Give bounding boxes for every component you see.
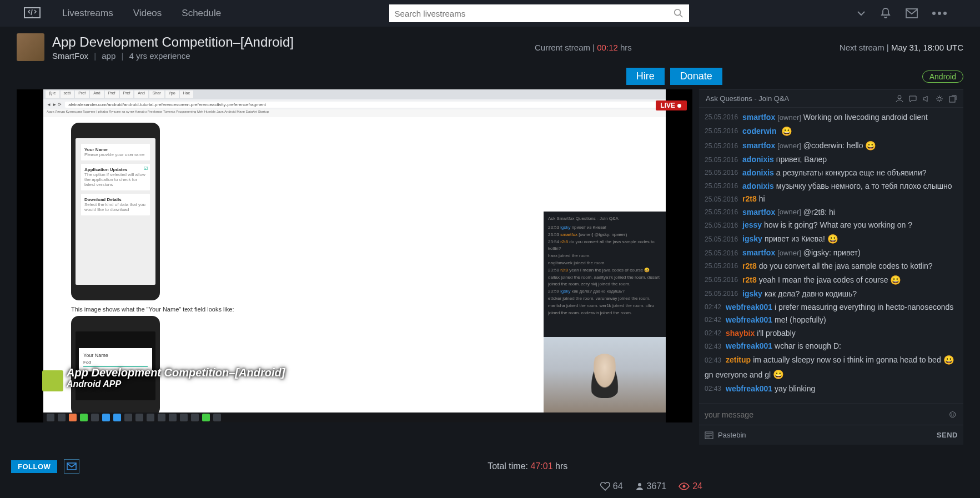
chat-user[interactable]: smartfox: [742, 207, 775, 218]
webcam-feed: [544, 337, 666, 419]
chat-user[interactable]: webfreak001: [726, 315, 772, 326]
android-app-icon: [42, 370, 63, 391]
chat-message: 02:42webfreak001 me! (hopefully): [705, 315, 958, 326]
svg-rect-5: [949, 97, 955, 102]
search-input[interactable]: [395, 9, 674, 18]
chat-message: 25.05.2016jessy how is it going? What ar…: [705, 220, 958, 231]
chat-user[interactable]: igsky: [742, 289, 762, 300]
stream-subtitle: SmartFox | app | 4 yrs experience: [52, 51, 294, 61]
svg-rect-0: [24, 8, 40, 18]
chat-message: 02:42shaybix i'll probably: [705, 328, 958, 339]
chat-message: 25.05.2016adonixis музычку убавь немного…: [705, 181, 958, 192]
nav-videos[interactable]: Videos: [133, 8, 162, 19]
chat-message: 25.05.2016igsky как дела? давно кодишь?: [705, 289, 958, 300]
chat-user[interactable]: r2t8: [742, 275, 757, 286]
chat-message: 25.05.2016igsky привет из Киева!😀: [705, 233, 958, 245]
bell-icon[interactable]: [880, 7, 891, 19]
chat-message: 02:42webfreak001 i prefer measuring ever…: [705, 302, 958, 313]
chat-user[interactable]: r2t8: [742, 194, 757, 205]
more-icon[interactable]: [932, 12, 947, 15]
mute-icon[interactable]: [922, 95, 930, 103]
chat-user[interactable]: igsky: [742, 234, 762, 245]
pastebin-link[interactable]: Pastebin: [718, 431, 746, 439]
chevron-down-icon[interactable]: [857, 9, 866, 18]
chat-message: 25.05.2016smartfox [owner] @igsky: приве…: [705, 248, 958, 259]
streamer-name[interactable]: SmartFox: [52, 51, 88, 61]
chat-user[interactable]: webfreak001: [726, 384, 772, 395]
video-player[interactable]: ДнеsettiPrefAndPrefPrefAndSharУроНас ◄ ►…: [17, 89, 692, 422]
stream-title: App Development Competition–[Android]: [52, 34, 294, 50]
donate-button[interactable]: Donate: [670, 68, 722, 85]
settings-icon[interactable]: [936, 95, 943, 103]
tag-android[interactable]: Android: [922, 71, 963, 83]
nav-schedule[interactable]: Schedule: [182, 8, 221, 19]
chat-user[interactable]: adonixis: [742, 168, 774, 179]
likes-stat[interactable]: 64: [600, 481, 623, 491]
chat-message: 25.05.2016smartfox [owner] Working on li…: [705, 112, 958, 123]
search-box[interactable]: [389, 4, 689, 22]
chat-message: 25.05.2016r2t8 do you convert all the ja…: [705, 261, 958, 272]
chat-user[interactable]: r2t8: [742, 261, 757, 272]
svg-point-9: [683, 485, 686, 488]
pastebin-icon[interactable]: [705, 431, 713, 439]
chat-message: 25.05.2016adonixis привет, Валер: [705, 154, 958, 165]
next-stream-time: Next stream | May 31, 18:00 UTC: [840, 43, 963, 52]
svg-point-8: [638, 483, 641, 486]
svg-point-4: [938, 97, 941, 100]
chat-message: 25.05.2016r2t8 hi: [705, 194, 958, 205]
nav-livestreams[interactable]: Livestreams: [62, 8, 113, 19]
chat-user[interactable]: webfreak001: [726, 341, 772, 352]
chat-user[interactable]: smartfox: [742, 140, 775, 152]
chat-message: 25.05.2016coderwin 😀: [705, 125, 958, 138]
search-icon[interactable]: [674, 8, 684, 18]
chat-user[interactable]: smartfox: [742, 248, 775, 259]
popout-icon[interactable]: [949, 95, 957, 103]
svg-point-3: [898, 95, 901, 99]
chat-message: 25.05.2016adonixis а результаты конкурса…: [705, 168, 958, 179]
mail-icon[interactable]: [906, 8, 918, 18]
chat-input[interactable]: [705, 410, 943, 419]
chat-user[interactable]: shaybix: [726, 328, 755, 339]
chat-header-title: Ask Questions - Join Q&A: [706, 94, 789, 103]
live-badge: LIVE: [656, 100, 687, 110]
chat-message: 25.05.2016r2t8 yeah I mean the java code…: [705, 274, 958, 286]
streamer-avatar[interactable]: [17, 33, 44, 61]
hire-button[interactable]: Hire: [626, 68, 665, 85]
chat-message: 25.05.2016smartfox [owner] @r2t8: hi: [705, 207, 958, 218]
windows-taskbar: [43, 413, 666, 422]
total-time: Total time: 47:01 hrs: [488, 461, 567, 471]
chat-message: 02:43zetitup im actually sleepy now so i…: [705, 354, 958, 381]
chat-bubble-icon[interactable]: [909, 95, 917, 103]
chat-panel: Ask Questions - Join Q&A 25.05.2016smart…: [699, 89, 963, 445]
views-stat: 24: [679, 481, 702, 491]
user-icon[interactable]: [896, 95, 903, 103]
chat-message: 02:43webfreak001 wchar is enough D:: [705, 341, 958, 352]
svg-point-1: [674, 9, 680, 16]
chat-user[interactable]: coderwin: [742, 126, 776, 137]
site-logo[interactable]: [22, 6, 42, 21]
chat-user[interactable]: smartfox: [742, 112, 775, 123]
chat-user[interactable]: zetitup: [726, 355, 751, 366]
message-button[interactable]: [64, 459, 79, 474]
chat-message: 25.05.2016smartfox [owner] @coderwin: he…: [705, 140, 958, 152]
overlay-title: App Development Competition–[Android] An…: [67, 366, 285, 389]
chat-message: 02:43webfreak001 yay blinking: [705, 384, 958, 395]
chat-user[interactable]: webfreak001: [726, 302, 772, 313]
send-button[interactable]: SEND: [937, 431, 958, 439]
follow-button[interactable]: FOLLOW: [11, 460, 57, 473]
chat-user[interactable]: adonixis: [742, 154, 774, 165]
screencast-side-chat: Ask Smartfox Questions - Join Q&A 23:53 …: [544, 212, 666, 339]
chat-user[interactable]: adonixis: [742, 181, 774, 192]
chat-user[interactable]: jessy: [742, 220, 762, 231]
viewers-stat: 3671: [635, 481, 667, 491]
chat-messages[interactable]: 25.05.2016smartfox [owner] Working on li…: [699, 108, 963, 404]
current-stream-time: Current stream | 00:12 hrs: [535, 43, 632, 52]
emoji-picker-icon[interactable]: ☺: [948, 409, 958, 420]
